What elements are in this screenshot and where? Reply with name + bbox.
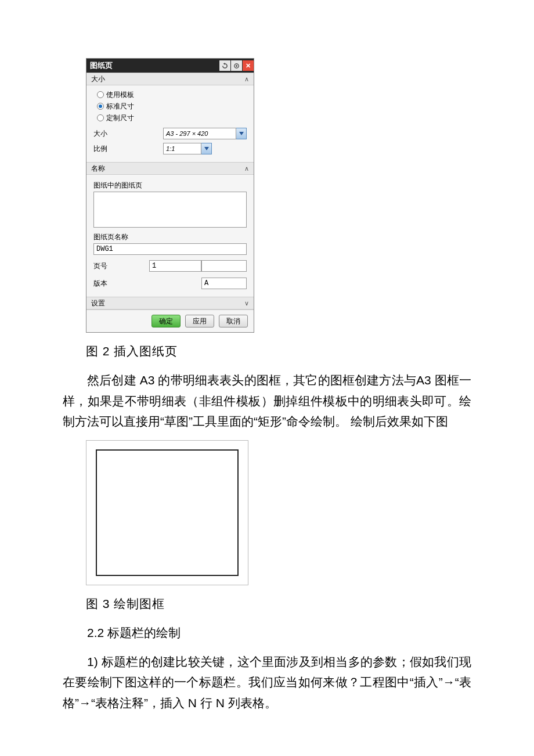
cancel-button[interactable]: 取消 (219, 315, 248, 327)
sheet-name-input[interactable]: DWG1 (93, 243, 247, 255)
version-input[interactable]: A (201, 278, 247, 289)
page-no-extra-input[interactable] (201, 260, 247, 272)
drawing-frame (96, 449, 239, 576)
label-version: 版本 (93, 279, 149, 289)
dropdown-arrow-icon[interactable] (201, 143, 212, 154)
radio-use-template[interactable] (97, 91, 104, 98)
dropdown-arrow-icon[interactable] (236, 128, 247, 139)
label-page-no: 页号 (93, 261, 149, 271)
dialog-titlebar: 图纸页 ✕ (86, 59, 254, 73)
label-scale: 比例 (93, 144, 163, 154)
dialog-button-bar: 确定 应用 取消 (86, 309, 254, 332)
dialog-title: 图纸页 (90, 60, 219, 71)
section-name-header[interactable]: 名称 ∧ (86, 162, 254, 175)
fig3-caption: 图 3 绘制图框 (86, 596, 471, 612)
label-custom-size: 定制尺寸 (106, 113, 134, 123)
page-no-input[interactable]: 1 (149, 260, 201, 272)
apply-button[interactable]: 应用 (185, 315, 214, 327)
ok-button[interactable]: 确定 (151, 315, 181, 327)
sheets-listbox[interactable] (93, 192, 247, 228)
label-sheet-name: 图纸页名称 (93, 232, 247, 242)
section-name-body: 图纸中的图纸页 图纸页名称 DWG1 页号 1 版本 A (86, 175, 254, 297)
chevron-down-icon: ∨ (244, 300, 249, 307)
radio-custom-size[interactable] (97, 114, 104, 121)
refresh-icon[interactable] (219, 60, 230, 71)
fig2-caption: 图 2 插入图纸页 (86, 343, 471, 359)
chevron-up-icon: ∧ (244, 165, 249, 172)
section-size-body: 使用模板 标准尺寸 定制尺寸 大小 A3 - 297 × 420 (86, 85, 254, 162)
label-standard-size: 标准尺寸 (106, 102, 134, 111)
svg-point-1 (236, 65, 237, 67)
paragraph-2: 1) 标题栏的创建比较关键，这个里面涉及到相当多的参数；假如我们现在要绘制下图这… (63, 651, 471, 714)
scale-dropdown[interactable]: 1:1 (163, 143, 212, 154)
settings-icon[interactable] (231, 60, 242, 71)
section-size-header[interactable]: 大小 ∧ (86, 73, 254, 85)
label-use-template: 使用模板 (106, 90, 134, 100)
close-icon[interactable]: ✕ (243, 60, 254, 71)
section-settings-header[interactable]: 设置 ∨ (86, 297, 254, 309)
chevron-up-icon: ∧ (244, 75, 249, 83)
paragraph-1: 然后创建 A3 的带明细表表头的图框，其它的图框创建方法与A3 图框一样，如果是… (63, 370, 471, 432)
label-size: 大小 (93, 129, 163, 139)
radio-standard-size[interactable] (97, 103, 104, 110)
heading-2-2: 2.2 标题栏的绘制 (63, 622, 471, 643)
label-sheets-in-drawing: 图纸中的图纸页 (93, 181, 247, 190)
frame-figure (86, 440, 248, 585)
size-dropdown[interactable]: A3 - 297 × 420 (163, 128, 247, 139)
sheet-page-dialog: 图纸页 ✕ 大小 ∧ 使用模板 (86, 58, 254, 333)
